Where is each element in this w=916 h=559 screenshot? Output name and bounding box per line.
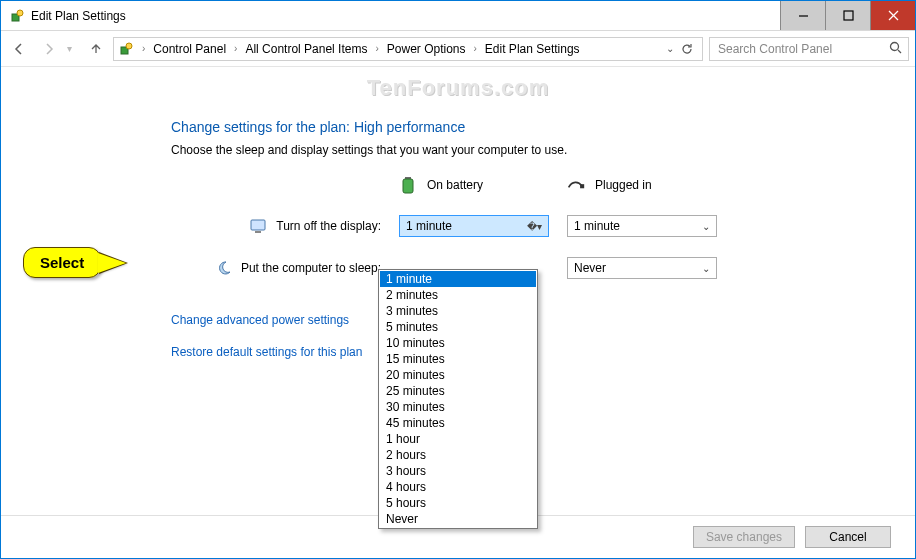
search-box[interactable]	[709, 37, 909, 61]
window-frame: Edit Plan Settings ▾	[0, 0, 916, 559]
nav-forward-button[interactable]	[37, 37, 61, 61]
dropdown-option[interactable]: 20 minutes	[380, 367, 536, 383]
chevron-right-icon: ›	[140, 43, 147, 54]
watermark: TenForums.com	[367, 75, 550, 101]
svg-point-1	[17, 10, 23, 16]
dropdown-option[interactable]: 30 minutes	[380, 399, 536, 415]
page-title: Change settings for the plan: High perfo…	[171, 119, 891, 135]
dropdown-option[interactable]: 45 minutes	[380, 415, 536, 431]
chevron-right-icon: ›	[232, 43, 239, 54]
dropdown-option[interactable]: Never	[380, 511, 536, 527]
svg-rect-12	[580, 184, 584, 188]
dropdown-option[interactable]: 2 hours	[380, 447, 536, 463]
breadcrumb-item[interactable]: Edit Plan Settings	[481, 40, 584, 58]
dropdown-option[interactable]: 4 hours	[380, 479, 536, 495]
search-input[interactable]	[716, 41, 889, 57]
annotation-callout: Select	[23, 247, 101, 278]
page-description: Choose the sleep and display settings th…	[171, 143, 891, 157]
sleep-icon	[215, 260, 233, 276]
breadcrumb[interactable]: › Control Panel › All Control Panel Item…	[113, 37, 703, 61]
combo-display-battery[interactable]: 1 minute �▾	[399, 215, 549, 237]
titlebar: Edit Plan Settings	[1, 1, 915, 31]
nav-bar: ▾ › Control Panel › All Control Panel It…	[1, 31, 915, 67]
row-label-text: Put the computer to sleep:	[241, 261, 381, 275]
save-changes-button[interactable]: Save changes	[693, 526, 795, 548]
dropdown-option[interactable]: 15 minutes	[380, 351, 536, 367]
display-icon	[250, 218, 268, 234]
close-button[interactable]	[870, 1, 915, 30]
dropdown-option[interactable]: 5 minutes	[380, 319, 536, 335]
nav-back-button[interactable]	[7, 37, 31, 61]
maximize-button[interactable]	[825, 1, 870, 30]
nav-history-dropdown[interactable]: ▾	[67, 43, 79, 54]
svg-point-7	[126, 43, 132, 49]
nav-up-button[interactable]	[85, 38, 107, 60]
cancel-button[interactable]: Cancel	[805, 526, 891, 548]
dropdown-option[interactable]: 1 minute	[380, 271, 536, 287]
annotation-bubble: Select	[23, 247, 101, 278]
chevron-right-icon: ›	[373, 43, 380, 54]
chevron-down-icon: ⌄	[702, 221, 710, 232]
app-icon	[9, 8, 25, 24]
svg-rect-14	[255, 231, 261, 233]
battery-icon	[399, 175, 417, 195]
combo-value: 1 minute	[406, 219, 527, 233]
row-turn-off-display: Turn off the display:	[171, 218, 381, 234]
minimize-button[interactable]	[780, 1, 825, 30]
refresh-icon[interactable]	[680, 42, 694, 56]
row-label-text: Turn off the display:	[276, 219, 381, 233]
dropdown-option[interactable]: 5 hours	[380, 495, 536, 511]
row-sleep: Put the computer to sleep:	[171, 260, 381, 276]
window-title: Edit Plan Settings	[31, 9, 126, 23]
svg-line-9	[898, 50, 901, 53]
svg-rect-11	[403, 179, 413, 193]
dropdown-option[interactable]: 10 minutes	[380, 335, 536, 351]
dropdown-option[interactable]: 1 hour	[380, 431, 536, 447]
dropdown-option[interactable]: 25 minutes	[380, 383, 536, 399]
column-header-battery: On battery	[399, 175, 549, 195]
dropdown-option[interactable]: 2 minutes	[380, 287, 536, 303]
chevron-right-icon: ›	[472, 43, 479, 54]
column-header-label: Plugged in	[595, 178, 652, 192]
combo-display-plugged[interactable]: 1 minute ⌄	[567, 215, 717, 237]
dropdown-option[interactable]: 3 hours	[380, 463, 536, 479]
settings-grid: On battery Plugged in Turn off the displ…	[171, 175, 891, 279]
combo-value: 1 minute	[574, 219, 702, 233]
breadcrumb-item[interactable]: All Control Panel Items	[241, 40, 371, 58]
breadcrumb-item[interactable]: Power Options	[383, 40, 470, 58]
breadcrumb-item[interactable]: Control Panel	[149, 40, 230, 58]
combo-sleep-plugged[interactable]: Never ⌄	[567, 257, 717, 279]
breadcrumb-dropdown-icon[interactable]: ⌄	[666, 43, 674, 54]
power-options-icon	[118, 41, 134, 57]
combo-value: Never	[574, 261, 702, 275]
svg-rect-13	[251, 220, 265, 230]
svg-rect-3	[844, 11, 853, 20]
dropdown-list[interactable]: 1 minute2 minutes3 minutes5 minutes10 mi…	[378, 269, 538, 529]
column-header-label: On battery	[427, 178, 483, 192]
dropdown-option[interactable]: 3 minutes	[380, 303, 536, 319]
chevron-down-icon: ⌄	[702, 263, 710, 274]
content-area: TenForums.com Change settings for the pl…	[1, 67, 915, 515]
svg-point-8	[891, 42, 899, 50]
search-icon[interactable]	[889, 41, 902, 57]
chevron-down-icon: �▾	[527, 221, 542, 232]
column-header-plugged: Plugged in	[567, 178, 717, 192]
plug-icon	[567, 178, 585, 192]
